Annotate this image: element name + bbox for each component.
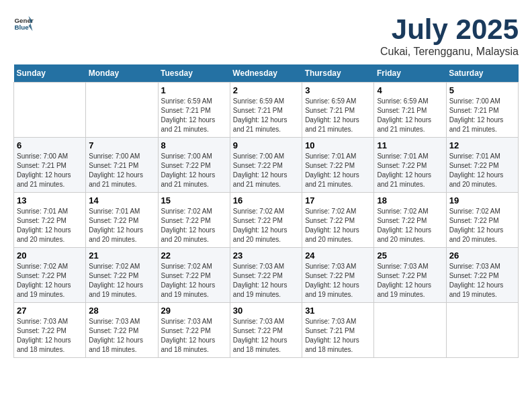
day-info: Sunrise: 6:59 AMSunset: 7:21 PMDaylight:… [377,97,443,134]
day-info: Sunrise: 7:03 AMSunset: 7:22 PMDaylight:… [17,317,83,355]
day-number: 1 [161,85,227,95]
day-info: Sunrise: 7:02 AMSunset: 7:22 PMDaylight:… [161,207,227,244]
day-info: Sunrise: 7:00 AMSunset: 7:21 PMDaylight:… [89,152,154,189]
day-number: 21 [89,250,154,261]
calendar-day-cell: 28Sunrise: 7:03 AMSunset: 7:22 PMDayligh… [86,303,158,358]
calendar-day-cell [374,303,446,358]
day-number: 3 [305,85,371,95]
svg-text:Blue: Blue [15,24,30,31]
calendar-day-cell: 3Sunrise: 6:59 AMSunset: 7:21 PMDaylight… [302,83,374,138]
calendar-day-cell: 20Sunrise: 7:02 AMSunset: 7:22 PMDayligh… [14,248,86,303]
day-number: 2 [233,85,299,95]
day-number: 14 [89,195,154,205]
day-number: 10 [305,140,371,150]
day-number: 19 [449,195,515,205]
location-title: Cukai, Terengganu, Malaysia [380,46,519,58]
day-info: Sunrise: 7:02 AMSunset: 7:22 PMDaylight:… [161,262,227,300]
day-info: Sunrise: 6:59 AMSunset: 7:21 PMDaylight:… [305,97,371,134]
day-info: Sunrise: 7:02 AMSunset: 7:22 PMDaylight:… [305,207,371,244]
day-info: Sunrise: 7:00 AMSunset: 7:22 PMDaylight:… [233,152,299,189]
day-info: Sunrise: 7:02 AMSunset: 7:22 PMDaylight:… [89,262,154,300]
day-info: Sunrise: 7:02 AMSunset: 7:22 PMDaylight:… [233,207,299,244]
day-info: Sunrise: 6:59 AMSunset: 7:21 PMDaylight:… [233,97,299,134]
day-number: 13 [17,195,83,205]
calendar-day-cell: 23Sunrise: 7:03 AMSunset: 7:22 PMDayligh… [230,248,302,303]
day-info: Sunrise: 7:03 AMSunset: 7:22 PMDaylight:… [449,262,515,300]
calendar-day-cell: 2Sunrise: 6:59 AMSunset: 7:21 PMDaylight… [230,83,302,138]
day-info: Sunrise: 7:00 AMSunset: 7:22 PMDaylight:… [161,152,227,189]
calendar-day-cell: 24Sunrise: 7:03 AMSunset: 7:22 PMDayligh… [302,248,374,303]
day-info: Sunrise: 7:00 AMSunset: 7:21 PMDaylight:… [449,97,515,134]
calendar-day-cell: 5Sunrise: 7:00 AMSunset: 7:21 PMDaylight… [446,83,518,138]
day-number: 31 [305,306,371,316]
day-info: Sunrise: 7:03 AMSunset: 7:22 PMDaylight:… [161,317,227,355]
day-number: 8 [161,140,227,150]
day-info: Sunrise: 7:01 AMSunset: 7:22 PMDaylight:… [377,152,443,189]
calendar-day-cell: 22Sunrise: 7:02 AMSunset: 7:22 PMDayligh… [158,248,230,303]
day-info: Sunrise: 7:01 AMSunset: 7:22 PMDaylight:… [89,207,154,244]
calendar-day-cell: 30Sunrise: 7:03 AMSunset: 7:22 PMDayligh… [230,303,302,358]
calendar-day-cell: 31Sunrise: 7:03 AMSunset: 7:21 PMDayligh… [302,303,374,358]
calendar-day-cell: 4Sunrise: 6:59 AMSunset: 7:21 PMDaylight… [374,83,446,138]
day-info: Sunrise: 7:01 AMSunset: 7:22 PMDaylight:… [449,152,515,189]
calendar-day-cell: 6Sunrise: 7:00 AMSunset: 7:21 PMDaylight… [14,138,86,193]
calendar-day-cell: 12Sunrise: 7:01 AMSunset: 7:22 PMDayligh… [446,138,518,193]
calendar-header-friday: Friday [374,64,446,83]
calendar-day-cell: 19Sunrise: 7:02 AMSunset: 7:22 PMDayligh… [446,193,518,248]
day-number: 15 [161,195,227,205]
calendar-day-cell [14,83,86,138]
calendar-day-cell: 10Sunrise: 7:01 AMSunset: 7:22 PMDayligh… [302,138,374,193]
logo-icon: General Blue [13,13,34,34]
day-number: 29 [161,306,227,316]
calendar-day-cell: 18Sunrise: 7:02 AMSunset: 7:22 PMDayligh… [374,193,446,248]
day-number: 27 [17,306,83,316]
day-number: 11 [377,140,443,150]
calendar-week-row: 20Sunrise: 7:02 AMSunset: 7:22 PMDayligh… [14,248,519,303]
day-number: 16 [233,195,299,205]
calendar-week-row: 13Sunrise: 7:01 AMSunset: 7:22 PMDayligh… [14,193,519,248]
day-number: 20 [17,250,83,261]
day-info: Sunrise: 6:59 AMSunset: 7:21 PMDaylight:… [161,97,227,134]
day-info: Sunrise: 7:03 AMSunset: 7:22 PMDaylight:… [233,262,299,300]
day-info: Sunrise: 7:03 AMSunset: 7:22 PMDaylight:… [89,317,154,355]
calendar-header-monday: Monday [86,64,158,83]
calendar-day-cell [86,83,158,138]
day-number: 22 [161,250,227,261]
day-number: 7 [89,140,154,150]
day-number: 30 [233,306,299,316]
day-number: 12 [449,140,515,150]
calendar-day-cell: 16Sunrise: 7:02 AMSunset: 7:22 PMDayligh… [230,193,302,248]
calendar-header-sunday: Sunday [14,64,86,83]
day-number: 17 [305,195,371,205]
calendar-day-cell: 15Sunrise: 7:02 AMSunset: 7:22 PMDayligh… [158,193,230,248]
day-info: Sunrise: 7:00 AMSunset: 7:21 PMDaylight:… [17,152,83,189]
day-info: Sunrise: 7:02 AMSunset: 7:22 PMDaylight:… [17,262,83,300]
day-info: Sunrise: 7:01 AMSunset: 7:22 PMDaylight:… [17,207,83,244]
calendar-week-row: 1Sunrise: 6:59 AMSunset: 7:21 PMDaylight… [14,83,519,138]
calendar-day-cell: 7Sunrise: 7:00 AMSunset: 7:21 PMDaylight… [86,138,158,193]
day-info: Sunrise: 7:03 AMSunset: 7:22 PMDaylight:… [377,262,443,300]
day-number: 9 [233,140,299,150]
title-area: July 2025 Cukai, Terengganu, Malaysia [380,13,519,58]
day-number: 25 [377,250,443,261]
calendar-header-tuesday: Tuesday [158,64,230,83]
calendar-header-wednesday: Wednesday [230,64,302,83]
calendar-header-saturday: Saturday [446,64,518,83]
day-number: 18 [377,195,443,205]
calendar-header-thursday: Thursday [302,64,374,83]
logo: General Blue [13,13,35,34]
calendar-day-cell: 26Sunrise: 7:03 AMSunset: 7:22 PMDayligh… [446,248,518,303]
calendar-day-cell: 1Sunrise: 6:59 AMSunset: 7:21 PMDaylight… [158,83,230,138]
calendar-day-cell: 27Sunrise: 7:03 AMSunset: 7:22 PMDayligh… [14,303,86,358]
calendar-day-cell: 8Sunrise: 7:00 AMSunset: 7:22 PMDaylight… [158,138,230,193]
calendar-week-row: 6Sunrise: 7:00 AMSunset: 7:21 PMDaylight… [14,138,519,193]
day-number: 4 [377,85,443,95]
day-info: Sunrise: 7:03 AMSunset: 7:22 PMDaylight:… [305,262,371,300]
calendar-day-cell [446,303,518,358]
calendar-day-cell: 11Sunrise: 7:01 AMSunset: 7:22 PMDayligh… [374,138,446,193]
calendar-day-cell: 25Sunrise: 7:03 AMSunset: 7:22 PMDayligh… [374,248,446,303]
calendar-day-cell: 17Sunrise: 7:02 AMSunset: 7:22 PMDayligh… [302,193,374,248]
day-number: 28 [89,306,154,316]
day-number: 24 [305,250,371,261]
day-number: 5 [449,85,515,95]
